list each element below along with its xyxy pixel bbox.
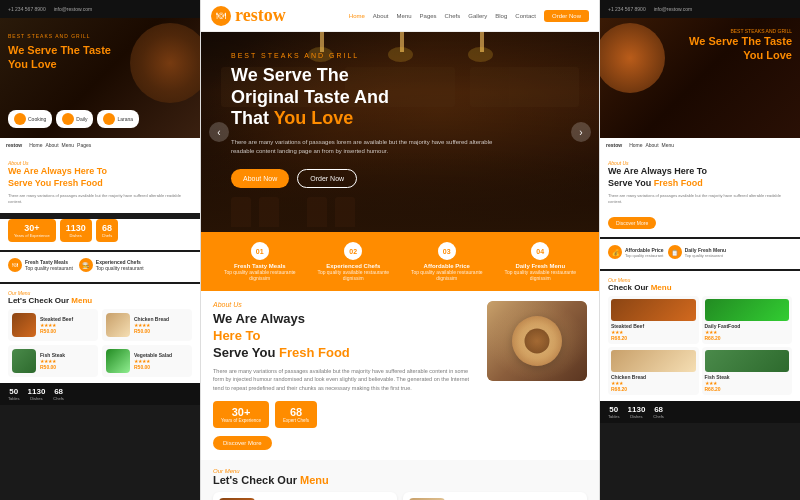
right-menu-section: Our Menu Check Our Menu Steakted Beef ★★… [600,271,800,401]
r-menu-item-1: Steakted Beef ★★★ R68.20 [608,296,699,344]
left-nav-about[interactable]: About [45,142,58,148]
about-now-button[interactable]: About Now [231,169,289,188]
nav-chefs[interactable]: Chefs [445,13,461,19]
left-stat-years: 30+ Years of Experience [8,219,56,242]
badge-larana: Larana [97,110,139,128]
center-menu-card-1: Steakted Beef ★★★★★ R05.35 [213,492,397,500]
right-discover-button[interactable]: Discover More [608,217,656,229]
left-stats: 30+ Years of Experience 1130 Dishes 68 C… [0,219,200,250]
right-about-title: We Are Always Here To Serve You Fresh Fo… [608,166,792,189]
r-bstat-2: 1130 Dishes [628,405,646,419]
nav-home[interactable]: Home [349,13,365,19]
left-hero-badges: Cooking Daily Larana [8,110,139,128]
about-title: We Are Always Here To Serve You Fresh Fo… [213,311,477,362]
badge-cooking: Cooking [8,110,52,128]
left-topbar: +1 234 567 8900 info@restow.com [0,0,200,18]
center-menu-grid: Steakted Beef ★★★★★ R05.35 Chicken Bread… [213,492,587,500]
main-container: +1 234 567 8900 info@restow.com Best Ste… [0,0,800,500]
center-logo: 🍽 restow [211,5,286,26]
left-nav-home[interactable]: Home [29,142,42,148]
right-nav-home[interactable]: Home [629,142,642,148]
about-stat-chefs: 68 Expert Chefs [275,401,317,428]
center-menu-card-2: Chicken Bread ★★★★★ R05.35 [403,492,587,500]
features-strip: 01 Fresh Tasty Meals Top quality availab… [201,232,599,291]
hero-next-button[interactable]: › [571,122,591,142]
order-now-hero-button[interactable]: Order Now [297,169,357,188]
left-menu-title: Let's Check Our Menu [8,296,192,305]
feat-num-3: 03 [438,242,456,260]
feat-strip-1: 01 Fresh Tasty Meals Top quality availab… [213,242,307,281]
r-feat-menu-text: Daily Fresh Menu Top quality restaurant [685,247,726,258]
nav-contact[interactable]: Contact [515,13,536,19]
nav-blog[interactable]: Blog [495,13,507,19]
bstat-3: 68 Chefs [53,387,63,401]
feat-sub-4: Top quality available restaurante dignis… [494,269,588,281]
feature-row-1: 🍽 Fresh Tasty Meals Top quality restaura… [8,258,192,272]
feat-num-1: 01 [251,242,269,260]
bstat-1: 50 Tables [8,387,20,401]
feat-sub-1: Top quality available restaurante dignis… [213,269,307,281]
feat-strip-3: 03 Affordable Price Top quality availabl… [400,242,494,281]
right-topbar: +1 234 567 8900 info@restow.com [600,0,800,18]
left-stat-chefs: 68 Chefs [96,219,118,242]
right-nav: restow Home About Menu [600,138,800,152]
r-bstat-3: 68 Chefs [653,405,663,419]
right-panel: +1 234 567 8900 info@restow.com Best Ste… [600,0,800,500]
menu-item-info-3: Fish Steak ★★★★ R50.00 [40,352,65,370]
feat-strip-2: 02 Experienced Chefs Top quality availab… [307,242,401,281]
r-menu-img-1 [611,299,696,321]
order-now-button[interactable]: Order Now [544,10,589,22]
left-menu-item-1: Steakted Beef ★★★★ R50.00 [8,309,98,341]
hero-sub: Best Steaks And Grill [231,52,569,59]
menu-item-img-4 [106,349,130,373]
left-hero-headline: We Serve The Taste You Love [8,43,111,72]
left-bottom-stats: 50 Tables 1130 Dishes 68 Chefs [0,383,200,405]
r-feat-price-text: Affordable Price Top quality restaurant [625,247,664,258]
meals-icon: 🍽 [8,258,22,272]
hero-buttons: About Now Order Now [231,169,569,188]
feat-strip-4: 04 Daily Fresh Menu Top quality availabl… [494,242,588,281]
nav-gallery[interactable]: Gallery [468,13,487,19]
right-menu-grid: Steakted Beef ★★★ R68.20 Daily FastFood … [608,296,792,395]
r-menu-item-3: Chicken Bread ★★★ R68.20 [608,347,699,395]
left-about-title: We Are Always Here To Serve You Fresh Fo… [8,166,192,189]
feat-fresh-meals: 🍽 Fresh Tasty Meals Top quality restaura… [8,258,73,272]
left-menu-grid: Steakted Beef ★★★★ R50.00 Chicken Bread … [8,309,192,377]
right-nav-menu[interactable]: Menu [662,142,675,148]
left-menu-item-3: Fish Steak ★★★★ R50.00 [8,345,98,377]
bstat-2: 1130 Dishes [28,387,46,401]
about-stats: 30+ Years of Experience 68 Expert Chefs [213,401,477,428]
menu-item-info-2: Chicken Bread ★★★★ R50.00 [134,316,169,334]
nav-pages[interactable]: Pages [420,13,437,19]
nav-about[interactable]: About [373,13,389,19]
logo-chef-icon: 🍽 [211,6,231,26]
r-bstat-1: 50 Tables [608,405,620,419]
chefs-icon: 👨‍🍳 [79,258,93,272]
right-hero-headline: We Serve The Taste You Love [689,34,792,63]
center-menu-section: Our Menu Let's Check Our Menu Steakted B… [201,460,599,500]
feat-num-2: 02 [344,242,362,260]
left-nav-pages[interactable]: Pages [77,142,91,148]
right-nav-about[interactable]: About [645,142,658,148]
daily-icon [62,113,74,125]
left-menu-item-4: Vegetable Salad ★★★★ R50.00 [102,345,192,377]
nav-menu[interactable]: Menu [397,13,412,19]
about-image [487,301,587,450]
feat-chefs: 👨‍🍳 Experienced Chefs Top quality restau… [79,258,144,272]
left-logo: restow [6,142,22,148]
price-icon: 💰 [608,245,622,259]
left-nav-menu[interactable]: Menu [62,142,75,148]
hero-content: Best Steaks And Grill We Serve The Origi… [231,52,569,188]
left-phone: +1 234 567 8900 [8,6,46,12]
right-feature-row: 💰 Affordable Price Top quality restauran… [608,245,792,259]
discover-more-button[interactable]: Discover More [213,436,272,450]
about-description: There are many variations of passages av… [213,367,477,393]
hero-prev-button[interactable]: ‹ [209,122,229,142]
left-about-desc: There are many variations of passages av… [8,193,192,205]
right-about-desc: There are many variations of passages av… [608,193,792,205]
left-hero: Best Steaks And Grill We Serve The Taste… [0,18,200,138]
center-about-section: About Us We Are Always Here To Serve You… [201,291,599,460]
right-email: info@restow.com [654,6,692,12]
right-bottom-stats: 50 Tables 1130 Dishes 68 Chefs [600,401,800,423]
left-about-section: About Us We Are Always Here To Serve You… [0,152,200,213]
